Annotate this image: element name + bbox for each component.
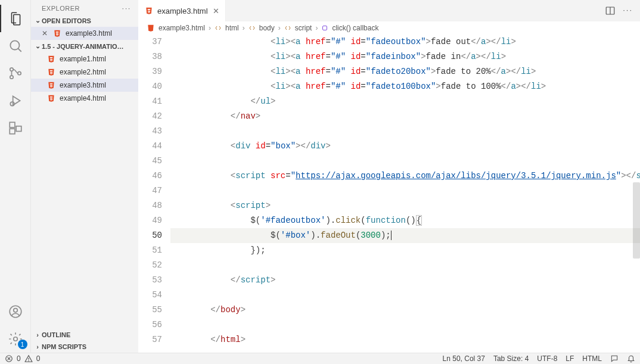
file-item[interactable]: example4.html [31,92,138,105]
svg-rect-9 [16,126,21,132]
code-line[interactable] [170,183,640,198]
status-eol[interactable]: LF [566,354,574,363]
chevron-down-icon: ⌄ [33,42,42,50]
code-line[interactable] [170,318,640,332]
html-file-icon [46,94,56,103]
code-line[interactable]: $('#box').fadeOut(3000); [170,228,640,243]
svg-point-3 [10,76,13,79]
feedback-icon[interactable] [610,354,619,363]
svg-point-4 [17,71,20,74]
file-name: example2.html [60,68,106,76]
code-line[interactable]: <li><a href="#" id="fadeoutbox">fade out… [170,35,640,49]
status-bar: 0 0 Ln 50, Col 37 Tab Size: 4 UTF-8 LF H… [0,353,640,364]
open-editor-item[interactable]: ✕ example3.html [31,27,138,40]
editor-tab-label: example3.html [157,7,208,15]
html-file-icon [144,6,154,15]
split-editor-icon[interactable] [605,5,616,16]
error-count[interactable]: 0 [17,354,21,363]
status-encoding[interactable]: UTF-8 [537,354,557,363]
svg-point-12 [13,337,17,341]
code-line[interactable]: <li><a href="#" id="fadeto100box">fade t… [170,79,640,94]
file-item[interactable]: example2.html [31,66,138,79]
file-item[interactable]: example1.html [31,52,138,66]
open-editor-filename: example3.html [66,29,112,38]
code-line[interactable]: <script> [170,198,640,213]
editor-more-icon[interactable]: ··· [623,5,633,16]
close-icon[interactable]: ✕ [213,7,219,15]
bell-icon[interactable] [627,354,635,363]
activity-search[interactable] [0,32,31,60]
status-ln-col[interactable]: Ln 50, Col 37 [443,354,485,363]
chevron-right-icon: › [33,331,42,338]
code-line[interactable] [170,258,640,273]
symbol-icon [215,24,222,32]
html-file-icon [46,67,56,77]
symbol-icon [248,24,256,32]
file-item[interactable]: example3.html [31,79,138,92]
open-editors-header[interactable]: ⌄ OPEN EDITORS [31,14,138,27]
code-line[interactable]: }); [170,243,640,258]
error-icon[interactable] [5,354,13,363]
code-line[interactable]: <li><a href="#" id="fadeto20box">fade to… [170,64,640,79]
html-file-icon [46,80,56,90]
explorer-title: EXPLORER [42,5,80,12]
npm-scripts-header[interactable]: › NPM SCRIPTS [31,341,138,353]
code-line[interactable]: </nav> [170,109,640,124]
scrollbar-thumb[interactable] [633,182,640,259]
close-icon[interactable]: ✕ [42,29,51,38]
svg-point-20 [28,360,29,361]
html-file-icon [147,24,155,32]
outline-header[interactable]: › OUTLINE [31,329,138,341]
svg-point-6 [10,102,14,106]
warning-count[interactable]: 0 [36,354,41,363]
file-name: example1.html [60,55,106,63]
code-line[interactable]: <script src="https://ajax.googleapis.com… [170,169,640,183]
svg-point-11 [13,309,17,313]
code-line[interactable] [170,288,640,303]
activity-debug[interactable] [0,87,31,114]
code-line[interactable]: $('#fadeoutbox').click(function(){ [170,213,640,228]
activity-extensions[interactable] [0,114,31,142]
warning-icon[interactable] [24,354,33,363]
code-line[interactable] [170,124,640,139]
status-language[interactable]: HTML [582,354,602,363]
settings-badge: 1 [18,340,27,349]
status-tab-size[interactable]: Tab Size: 4 [493,354,529,363]
activity-settings[interactable]: 1 [0,325,31,353]
activity-explorer[interactable] [0,5,31,32]
svg-line-1 [18,48,21,51]
html-file-icon [46,54,56,64]
chevron-right-icon: › [33,343,42,350]
editor-tab[interactable]: example3.html ✕ [138,0,226,21]
svg-rect-15 [323,26,327,30]
explorer-more-icon[interactable]: ··· [122,5,131,12]
svg-rect-8 [10,129,15,134]
activity-accounts[interactable] [0,298,31,325]
code-line[interactable]: </body> [170,303,640,318]
code-line[interactable]: </html> [170,332,640,347]
svg-point-2 [10,68,13,71]
symbol-icon [284,24,291,32]
symbol-icon [321,24,328,32]
html-file-icon [52,29,62,38]
code-line[interactable]: </script> [170,273,640,288]
activity-scm[interactable] [0,60,31,87]
breadcrumbs[interactable]: example3.html › html › body › script › c… [138,21,640,35]
chevron-down-icon: ⌄ [33,17,42,24]
folder-header[interactable]: ⌄ 1.5 - JQUERY-ANIMATION... [31,40,138,52]
file-name: example3.html [60,81,106,89]
svg-point-0 [10,41,19,49]
code-editor[interactable]: 3738394041424344454647484950515253545556… [138,35,640,353]
code-line[interactable]: <div id="box"></div> [170,139,640,154]
file-name: example4.html [60,94,106,102]
svg-rect-7 [10,122,15,127]
code-line[interactable]: </ul> [170,94,640,109]
code-line[interactable] [170,154,640,169]
code-line[interactable]: <li><a href="#" id="fadeinbox">fade in</… [170,49,640,64]
